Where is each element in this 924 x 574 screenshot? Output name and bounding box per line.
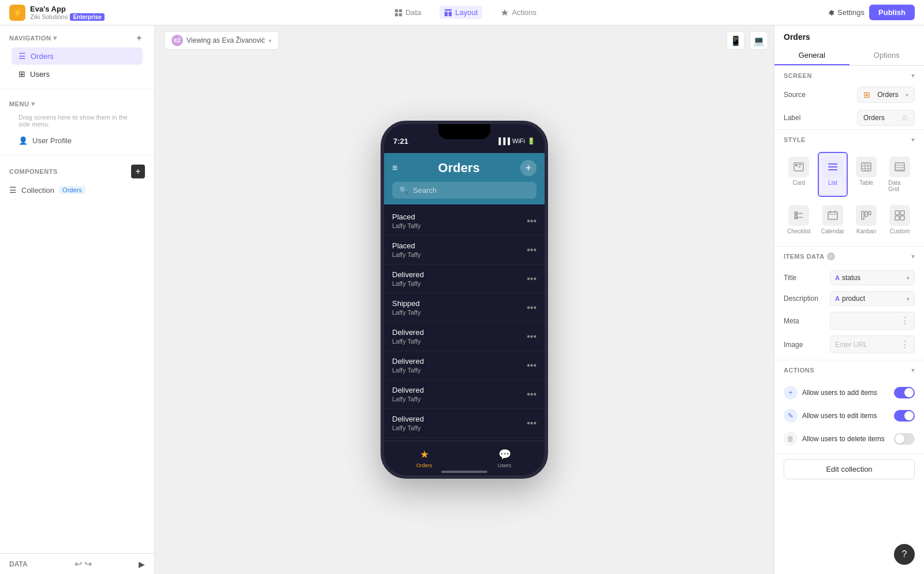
- phone-add-button[interactable]: +: [520, 160, 536, 176]
- image-placeholder: Enter URL: [835, 341, 867, 349]
- style-section-header[interactable]: STYLE ▾: [774, 130, 924, 147]
- edit-toggle[interactable]: [894, 410, 915, 422]
- undo-button[interactable]: ↩: [74, 558, 82, 569]
- style-option-table[interactable]: Table: [851, 152, 881, 197]
- list-item[interactable]: Placed Laffy Taffy •••: [384, 207, 545, 236]
- sidebar-item-users[interactable]: ⊞ Users: [12, 65, 143, 83]
- more-icon[interactable]: •••: [527, 245, 536, 255]
- delete-action-icon: 🗑: [784, 432, 798, 446]
- tab-actions[interactable]: Actions: [496, 6, 541, 19]
- collection-icon: ☰: [9, 185, 17, 195]
- title-field-select[interactable]: A status ▾: [830, 270, 915, 285]
- users-nav-icon: 💬: [498, 448, 511, 461]
- tab-data[interactable]: Data: [390, 6, 426, 19]
- settings-button[interactable]: Settings: [826, 8, 865, 17]
- phone-search-bar[interactable]: 🔍 Search: [392, 182, 536, 199]
- desktop-view-button[interactable]: 💻: [750, 31, 768, 50]
- svg-rect-1: [399, 9, 402, 12]
- more-icon[interactable]: •••: [527, 274, 536, 284]
- svg-rect-27: [828, 212, 837, 219]
- screen-section: SCREEN ▾ Source ⊞ Orders ▾ Label Orders …: [774, 66, 924, 130]
- title-chevron-icon: ▾: [907, 275, 910, 281]
- screen-section-title: SCREEN: [784, 72, 812, 79]
- more-icon[interactable]: •••: [527, 216, 536, 226]
- grid-icon: ⊞: [18, 69, 25, 79]
- style-option-data-grid[interactable]: Data Grid: [885, 152, 915, 197]
- svg-rect-8: [795, 164, 798, 166]
- phone-screen-title: Orders: [438, 161, 480, 176]
- publish-button[interactable]: Publish: [869, 5, 915, 20]
- sidebar-item-user-profile[interactable]: 👤 User Profile: [12, 133, 143, 148]
- list-item[interactable]: Delivered Laffy Taffy •••: [384, 322, 545, 351]
- more-icon[interactable]: •••: [527, 331, 536, 342]
- style-option-custom[interactable]: Custom: [885, 200, 915, 239]
- list-item[interactable]: Placed Laffy Taffy •••: [384, 236, 545, 264]
- meta-field-input[interactable]: ⋮: [830, 312, 915, 330]
- viewing-bar[interactable]: EŽ Viewing as Eva Živanović ▾: [164, 31, 279, 50]
- svg-rect-37: [900, 216, 904, 220]
- more-icon[interactable]: •••: [527, 418, 536, 428]
- list-item[interactable]: Shipped Laffy Taffy •••: [384, 293, 545, 322]
- source-select[interactable]: ⊞ Orders ▾: [857, 87, 915, 103]
- menu-section: MENU ▾ Drag screens here to show them in…: [0, 93, 154, 151]
- action-add-row: + Allow users to add items: [774, 381, 924, 404]
- card-label: Card: [792, 180, 805, 186]
- list-item[interactable]: Delivered Laffy Taffy •••: [384, 351, 545, 380]
- phone-frame: 7:21 ▐▐▐ WiFi 🔋 ≡ Orders +: [381, 121, 548, 479]
- items-data-chevron-icon: ▾: [911, 252, 915, 260]
- topbar-right: Settings Publish: [826, 5, 915, 20]
- style-option-card[interactable]: Card: [784, 152, 814, 197]
- items-data-title: ITEMS DATA: [784, 253, 825, 260]
- navigation-label: NAVIGATION ▾: [9, 34, 57, 42]
- tab-general[interactable]: General: [774, 46, 850, 65]
- svg-rect-34: [895, 211, 899, 215]
- more-icon[interactable]: •••: [527, 389, 536, 400]
- sidebar-item-orders[interactable]: ☰ Orders: [12, 47, 143, 65]
- add-toggle[interactable]: [894, 387, 915, 398]
- signal-icon: ▐▐▐: [497, 137, 510, 144]
- tab-layout[interactable]: Layout: [439, 6, 482, 19]
- component-collection-orders[interactable]: ☰ Collection Orders: [0, 182, 154, 198]
- label-input[interactable]: Orders ☆: [857, 110, 915, 126]
- calendar-label: Calendar: [821, 228, 845, 234]
- style-option-checklist[interactable]: Checklist: [784, 200, 814, 239]
- svg-rect-14: [862, 163, 871, 171]
- image-field-input[interactable]: Enter URL ⋮: [830, 336, 915, 353]
- svg-rect-5: [445, 12, 448, 16]
- pointer-tool[interactable]: ▶: [139, 560, 145, 569]
- actions-chevron-icon: ▾: [911, 366, 915, 374]
- edit-collection-button[interactable]: Edit collection: [784, 459, 915, 479]
- help-button[interactable]: ?: [894, 544, 915, 565]
- hamburger-icon[interactable]: ≡: [392, 163, 397, 173]
- style-option-calendar[interactable]: Calendar: [818, 200, 848, 239]
- more-icon[interactable]: •••: [527, 360, 536, 371]
- redo-button[interactable]: ↪: [84, 558, 92, 569]
- app-name: Eva's App: [30, 5, 105, 13]
- delete-toggle[interactable]: [894, 433, 915, 445]
- title-field-row: Title A status ▾: [774, 267, 924, 288]
- svg-rect-33: [869, 211, 871, 215]
- kanban-style-icon: [856, 205, 877, 226]
- style-section-title: STYLE: [784, 136, 806, 143]
- svg-rect-0: [395, 9, 398, 12]
- svg-rect-9: [799, 164, 802, 165]
- style-option-list[interactable]: List: [818, 152, 848, 197]
- navigation-add-button[interactable]: +: [133, 32, 145, 44]
- description-field-select[interactable]: A product ▾: [830, 291, 915, 306]
- phone-home-indicator: [441, 471, 487, 473]
- screen-section-header[interactable]: SCREEN ▾: [774, 66, 924, 83]
- tab-options[interactable]: Options: [850, 46, 925, 65]
- phone-mockup: 7:21 ▐▐▐ WiFi 🔋 ≡ Orders +: [381, 121, 548, 479]
- canvas: EŽ Viewing as Eva Živanović ▾ 📱 💻 7:21 ▐…: [155, 25, 774, 574]
- actions-section-header[interactable]: ACTIONS ▾: [774, 360, 924, 378]
- list-item[interactable]: Delivered Laffy Taffy •••: [384, 409, 545, 438]
- desc-chevron-icon: ▾: [907, 296, 910, 302]
- left-sidebar: NAVIGATION ▾ + ☰ Orders ⊞ Users MENU ▾: [0, 25, 155, 574]
- items-data-header[interactable]: ITEMS DATA i ▾: [774, 247, 924, 264]
- mobile-view-button[interactable]: 📱: [726, 31, 745, 50]
- list-item[interactable]: Delivered Laffy Taffy •••: [384, 264, 545, 293]
- more-icon[interactable]: •••: [527, 303, 536, 313]
- components-add-button[interactable]: +: [131, 165, 145, 178]
- list-item[interactable]: Delivered Laffy Taffy •••: [384, 380, 545, 409]
- style-option-kanban[interactable]: Kanban: [851, 200, 881, 239]
